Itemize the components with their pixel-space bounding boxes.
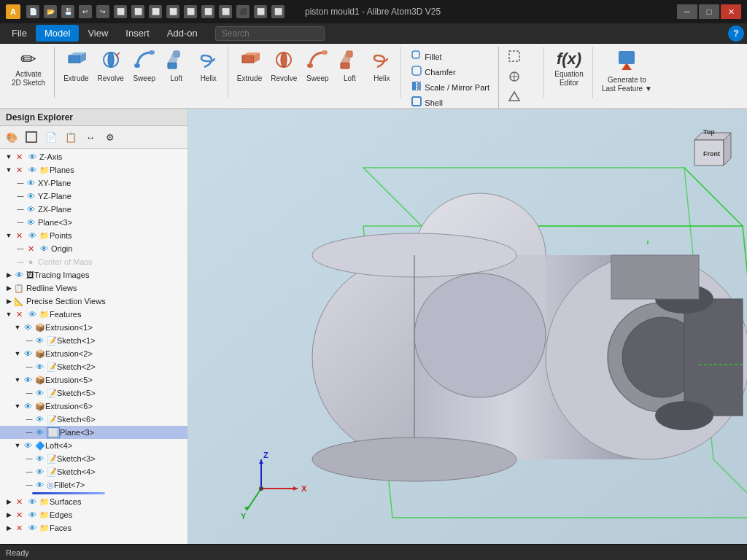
tool4-icon[interactable]: ⬜ <box>166 5 179 18</box>
tree-item-features[interactable]: ▼ ✕ 👁 📁 Features <box>0 308 187 321</box>
tree-item-sketch4[interactable]: — 👁 📝 Sketch<4> <box>0 465 187 478</box>
tool3-icon[interactable]: ⬜ <box>149 5 162 18</box>
tree-item-zx-plane[interactable]: — 👁 ZX-Plane <box>0 203 187 216</box>
revolve-cut-button[interactable]: Revolve <box>268 47 300 85</box>
tree-item-faces[interactable]: ▶ ✕ 👁 📁 Faces <box>0 521 187 534</box>
new-icon[interactable]: 📄 <box>26 5 39 18</box>
tool1-icon[interactable]: ⬜ <box>114 5 127 18</box>
layout-button[interactable]: 📋 <box>62 128 80 146</box>
tree-item-sketch1[interactable]: — 👁 📝 Sketch<1> <box>0 334 187 347</box>
tool6-icon[interactable]: ⬜ <box>201 5 214 18</box>
tool7-icon[interactable]: ⬜ <box>219 5 232 18</box>
fillet-button[interactable]: Fillet <box>409 50 492 63</box>
tree-item-plane3-feature[interactable]: — 👁 ⬜ Plane<3> <box>0 426 187 439</box>
expand-redline[interactable]: ▶ <box>4 284 13 292</box>
tree-item-extrusion1[interactable]: ▼ 👁 📦 Extrusion<1> <box>0 321 187 334</box>
reference-btn-3[interactable] <box>505 88 534 105</box>
close-button[interactable]: ✕ <box>721 4 741 19</box>
tree-item-sketch2[interactable]: — 👁 📝 Sketch<2> <box>0 360 187 373</box>
chamfer-button[interactable]: Chamfer <box>409 65 492 79</box>
help-button[interactable]: ? <box>728 26 744 42</box>
tree-item-extrusion6[interactable]: ▼ 👁 📦 Extrusion<6> <box>0 400 187 413</box>
wireframe-button[interactable] <box>23 128 40 146</box>
tree-item-surfaces[interactable]: ▶ ✕ 👁 📁 Surfaces <box>0 495 187 508</box>
expand-sketch4[interactable]: — <box>25 468 34 475</box>
sync-button[interactable]: ↔ <box>82 128 99 146</box>
tree-item-loft4[interactable]: ▼ 👁 🔷 Loft<4> <box>0 439 187 452</box>
expand-faces[interactable]: ▶ <box>4 524 13 532</box>
revolve-boss-button[interactable]: Revolve <box>95 47 127 85</box>
loft-boss-button[interactable]: Loft <box>162 47 191 85</box>
tree-item-extrusion5[interactable]: ▼ 👁 📦 Extrusion<5> <box>0 373 187 386</box>
generate-last-feature-button[interactable]: Generate toLast Feature ▼ <box>599 47 655 95</box>
expand-zx-plane[interactable]: — <box>16 206 25 213</box>
maximize-button[interactable]: □ <box>699 4 719 19</box>
tree-item-points[interactable]: ▼ ✕ 👁 📁 Points <box>0 229 187 242</box>
expand-extrusion6[interactable]: ▼ <box>13 402 22 410</box>
expand-plane3-feature[interactable]: — <box>25 429 34 436</box>
expand-section[interactable]: ▶ <box>4 298 13 305</box>
expand-yz-plane[interactable]: — <box>16 192 25 200</box>
minimize-button[interactable]: ─ <box>677 4 697 19</box>
expand-com[interactable]: — <box>16 258 25 265</box>
tool8-icon[interactable]: ⬛ <box>236 5 249 18</box>
tree-item-fillet7[interactable]: — 👁 ◎ Fillet<7> <box>0 478 187 491</box>
tool2-icon[interactable]: ⬜ <box>131 5 144 18</box>
extrude-cut-button[interactable]: Extrude <box>234 47 265 85</box>
expand-points[interactable]: ▼ <box>4 232 13 239</box>
menu-addon[interactable]: Add-on <box>158 25 206 42</box>
undo-icon[interactable]: ↩ <box>79 5 92 18</box>
expand-plane3[interactable]: — <box>16 219 25 226</box>
activate-2d-sketch-button[interactable]: ✏ Activate2D Sketch <box>9 47 48 89</box>
expand-sketch5[interactable]: — <box>25 389 34 397</box>
expand-surfaces[interactable]: ▶ <box>4 498 13 505</box>
settings-button[interactable]: ⚙ <box>101 128 119 146</box>
expand-sketch3[interactable]: — <box>25 455 34 462</box>
tree-item-yz-plane[interactable]: — 👁 YZ-Plane <box>0 190 187 203</box>
document-button[interactable]: 📄 <box>42 128 60 146</box>
expand-sketch6[interactable]: — <box>25 416 34 423</box>
scale-mirror-button[interactable]: Scale / Mirror Part <box>409 80 492 94</box>
tree-item-plane3[interactable]: — 👁 Plane<3> <box>0 216 187 229</box>
expand-features[interactable]: ▼ <box>4 311 13 318</box>
expand-xy-plane[interactable]: — <box>16 179 25 187</box>
sweep-cut-button[interactable]: Sweep <box>303 47 332 85</box>
extrude-boss-button[interactable]: Extrude <box>61 47 91 85</box>
expand-planes[interactable]: ▼ <box>4 166 13 174</box>
sweep-boss-button[interactable]: Sweep <box>130 47 159 85</box>
tree-item-sketch6[interactable]: — 👁 📝 Sketch<6> <box>0 413 187 426</box>
expand-fillet7[interactable]: — <box>25 481 34 489</box>
menu-file[interactable]: File <box>3 25 36 42</box>
equation-editor-button[interactable]: f(x) EquationEditor <box>550 47 588 89</box>
helix-cut-button[interactable]: Helix <box>367 47 396 85</box>
tree-item-center-of-mass[interactable]: — ● Center of Mass <box>0 255 187 268</box>
tree-item-xy-plane[interactable]: — 👁 XY-Plane <box>0 176 187 190</box>
tree-item-edges[interactable]: ▶ ✕ 👁 📁 Edges <box>0 508 187 521</box>
tool10-icon[interactable]: ⬜ <box>271 5 285 18</box>
tree-item-planes[interactable]: ▼ ✕ 👁 📁 Planes <box>0 163 187 176</box>
reference-btn-1[interactable] <box>505 47 534 64</box>
expand-z-axis[interactable]: ▼ <box>4 153 13 160</box>
nav-cube[interactable]: Top Front <box>680 118 738 176</box>
menu-insert[interactable]: Insert <box>117 25 158 42</box>
expand-extrusion5[interactable]: ▼ <box>13 376 22 384</box>
viewport[interactable]: X Y Z Top Front <box>188 109 747 544</box>
expand-loft4[interactable]: ▼ <box>13 442 22 449</box>
tree-item-sketch5[interactable]: — 👁 📝 Sketch<5> <box>0 386 187 400</box>
helix-boss-button[interactable]: Helix <box>194 47 223 85</box>
menu-model[interactable]: Model <box>36 25 79 42</box>
tree-item-origin[interactable]: — ✕ 👁 Origin <box>0 242 187 255</box>
expand-tracing[interactable]: ▶ <box>4 271 13 279</box>
loft-cut-button[interactable]: Loft <box>335 47 364 85</box>
expand-extrusion1[interactable]: ▼ <box>13 324 22 331</box>
tree-item-sketch3[interactable]: — 👁 📝 Sketch<3> <box>0 452 187 465</box>
tree-item-precise-section-views[interactable]: ▶ 📐 Precise Section Views <box>0 295 187 308</box>
expand-edges[interactable]: ▶ <box>4 511 13 518</box>
tool5-icon[interactable]: ⬜ <box>184 5 197 18</box>
tree-item-z-axis[interactable]: ▼ ✕ 👁 Z-Axis <box>0 150 187 163</box>
open-icon[interactable]: 📂 <box>44 5 57 18</box>
expand-origin[interactable]: — <box>16 245 25 252</box>
redo-icon[interactable]: ↪ <box>96 5 109 18</box>
expand-sketch1[interactable]: — <box>25 337 34 344</box>
tool9-icon[interactable]: ⬜ <box>254 5 267 18</box>
